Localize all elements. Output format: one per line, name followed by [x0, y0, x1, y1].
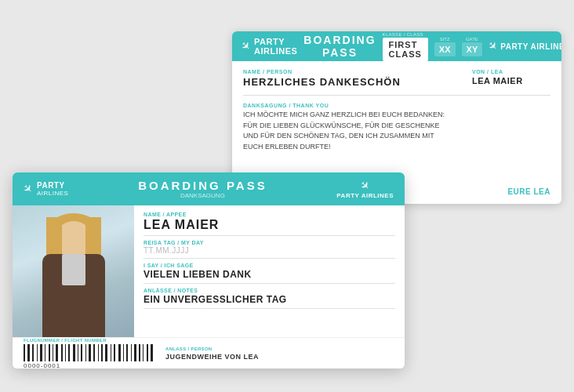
- front-ich-label: I SAY / ICH SAGE: [144, 263, 395, 268]
- plane-icon-front-left: ✈: [20, 181, 36, 197]
- front-ticket: ✈ PARTY AIRLINES BOARDING PASS DANKSAGUN…: [13, 172, 405, 368]
- back-name-value: HERZLICHES DANKESCHÖN: [243, 76, 464, 88]
- front-ich-field: I SAY / ICH SAGE VIELEN LIEBEN DANK: [144, 263, 395, 284]
- back-name-label: NAME / PERSON: [243, 69, 464, 74]
- front-ticket-header: ✈ PARTY AIRLINES BOARDING PASS DANKSAGUN…: [13, 172, 405, 205]
- back-logo-left: PARTY AIRLINES: [254, 37, 297, 56]
- front-anlass-field: ANLÄSSE / NOTES EIN UNVERGESSLICHER TAG: [144, 288, 395, 309]
- plane-icon-front-right: ✈: [358, 178, 373, 194]
- gate-value: XY: [462, 42, 483, 56]
- back-von-value: LEA MAIER: [472, 76, 550, 85]
- class-value-back: FIRST CLASS: [383, 38, 428, 61]
- front-anlass-label: ANLÄSSE / NOTES: [144, 288, 395, 293]
- class-label-back: KLASSE / CLASS: [383, 32, 423, 37]
- back-boarding-pass-title: BOARDING PASS: [303, 34, 376, 59]
- gate-label: GATE: [466, 37, 478, 42]
- footer-anlass-field: ANLASS / PERSON JUGENDWEIHE VON LEA: [165, 347, 259, 361]
- back-message: ICH MÖCHTE MICH GANZ HERZLICH BEI EUCH B…: [243, 110, 550, 152]
- front-name-value: LEA MAIER: [144, 218, 395, 232]
- barcode-section: FLUGNUMMER / FLIGHT NUMBER: [24, 338, 153, 369]
- front-airlines-label: AIRLINES: [37, 190, 68, 197]
- front-party-label: PARTY: [37, 181, 68, 190]
- front-logo-left: ✈ PARTY AIRLINES: [24, 181, 68, 197]
- back-danke-label: DANKSAGUNG / THANK YOU: [243, 103, 550, 108]
- plane-icon-back-right: ✈: [485, 38, 501, 54]
- barcode-label: FLUGNUMMER / FLIGHT NUMBER: [24, 338, 153, 343]
- plane-icon-back-left: ✈: [238, 38, 254, 54]
- back-ticket-header: ✈ PARTY AIRLINES BOARDING PASS KLASSE / …: [232, 31, 561, 61]
- front-name-label: NAME / APPEE: [144, 212, 395, 217]
- front-photo: [13, 205, 134, 337]
- footer-anlass-value: JUGENDWEIHE VON LEA: [165, 353, 259, 361]
- photo-placeholder: [13, 205, 134, 337]
- front-ticket-body: NAME / APPEE LEA MAIER REISA TAG / MY DA…: [13, 205, 405, 337]
- front-logo-right: ✈ PARTY AIRLINES: [336, 180, 394, 199]
- seat-label: SITZ: [440, 37, 450, 42]
- back-von-label: VON / LEA: [472, 69, 550, 74]
- front-name-field: NAME / APPEE LEA MAIER: [144, 212, 395, 236]
- front-boarding-pass-title: BOARDING PASS: [76, 179, 329, 192]
- front-date-value: TT.MM.JJJJ: [144, 246, 395, 255]
- front-info-section: NAME / APPEE LEA MAIER REISA TAG / MY DA…: [134, 205, 405, 337]
- front-anlass-value: EIN UNVERGESSLICHER TAG: [144, 294, 395, 305]
- front-date-field: REISA TAG / MY DAY TT.MM.JJJJ: [144, 240, 395, 259]
- front-ticket-footer: FLUGNUMMER / FLIGHT NUMBER: [13, 337, 405, 368]
- front-boarding-sub: DANKSAGUNG: [76, 192, 329, 199]
- front-date-label: REISA TAG / MY DAY: [144, 240, 395, 245]
- barcode: [24, 344, 153, 361]
- front-ich-value: VIELEN LIEBEN DANK: [144, 269, 395, 280]
- scene: ✈ PARTY AIRLINES BOARDING PASS KLASSE / …: [13, 16, 561, 376]
- back-logo-right: PARTY AIRLINES: [500, 42, 561, 51]
- seat-value: XX: [434, 42, 456, 56]
- footer-anlass-label: ANLASS / PERSON: [165, 347, 259, 351]
- front-right-label: PARTY AIRLINES: [336, 192, 394, 199]
- barcode-value: 0000-0001: [24, 362, 153, 369]
